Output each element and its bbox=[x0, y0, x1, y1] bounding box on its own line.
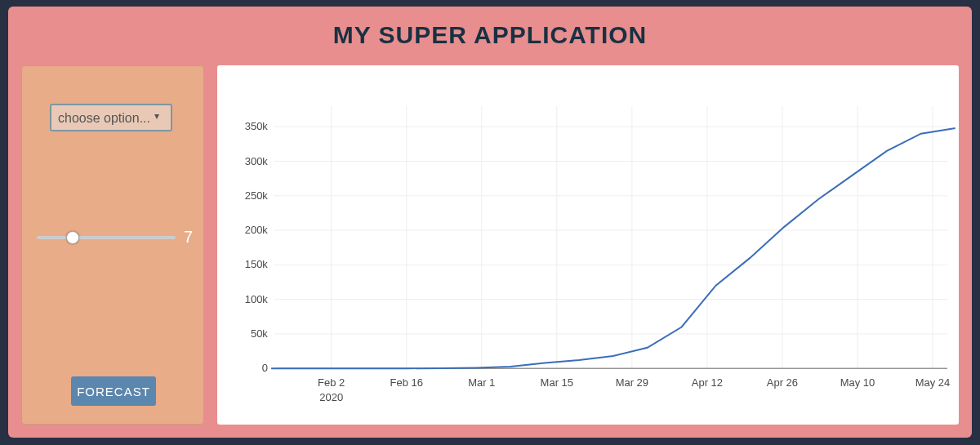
slider-value-label: 7 bbox=[184, 228, 198, 247]
forecast-button[interactable]: FORECAST bbox=[71, 376, 156, 406]
svg-text:250k: 250k bbox=[245, 189, 269, 202]
svg-text:Apr 12: Apr 12 bbox=[692, 376, 723, 389]
svg-text:300k: 300k bbox=[245, 155, 269, 167]
slider-control: 7 bbox=[35, 228, 198, 247]
chart-panel[interactable]: 050k100k150k200k250k300k350kFeb 22020Feb… bbox=[217, 65, 959, 425]
svg-text:50k: 50k bbox=[251, 327, 268, 340]
svg-text:May 24: May 24 bbox=[915, 376, 951, 389]
forecast-horizon-slider[interactable] bbox=[37, 236, 176, 239]
svg-text:May 10: May 10 bbox=[840, 376, 875, 389]
app-frame: MY SUPER APPLICATION choose option... ▾ … bbox=[8, 7, 972, 438]
content-row: choose option... ▾ 7 FORECAST 050k100k15… bbox=[21, 65, 959, 425]
svg-text:350k: 350k bbox=[245, 120, 269, 132]
svg-text:0: 0 bbox=[262, 362, 268, 374]
svg-text:Feb 2: Feb 2 bbox=[318, 376, 345, 389]
sidebar: choose option... ▾ 7 FORECAST bbox=[21, 65, 204, 425]
line-chart: 050k100k150k200k250k300k350kFeb 22020Feb… bbox=[217, 65, 959, 425]
svg-text:Feb 16: Feb 16 bbox=[390, 376, 423, 389]
svg-text:2020: 2020 bbox=[319, 391, 343, 403]
svg-text:200k: 200k bbox=[245, 224, 269, 236]
svg-text:Mar 1: Mar 1 bbox=[468, 376, 495, 389]
svg-text:Apr 26: Apr 26 bbox=[767, 376, 798, 389]
options-dropdown[interactable]: choose option... bbox=[50, 104, 172, 131]
svg-text:100k: 100k bbox=[245, 293, 269, 305]
svg-text:Mar 15: Mar 15 bbox=[541, 376, 573, 389]
svg-text:Mar 29: Mar 29 bbox=[616, 376, 648, 389]
app-title: MY SUPER APPLICATION bbox=[8, 7, 972, 60]
svg-text:150k: 150k bbox=[245, 258, 269, 270]
